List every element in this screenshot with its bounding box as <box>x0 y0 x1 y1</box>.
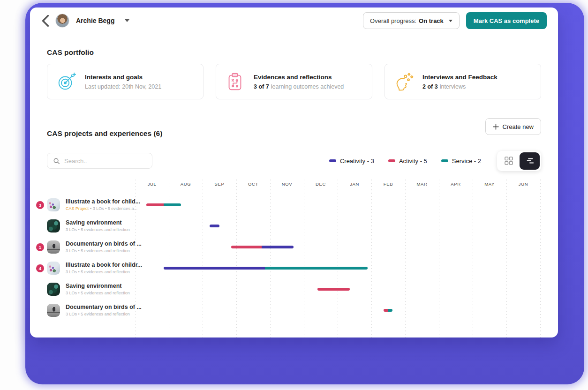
project-title[interactable]: Illustrate a book for child... <box>66 198 140 205</box>
project-thumbnail <box>47 262 60 275</box>
project-row[interactable]: 4 Illustrate a book for childr... 3 LOs … <box>36 258 558 279</box>
card-subtitle: 3 of 7learning outcomes achieved <box>254 83 344 90</box>
create-new-label: Create new <box>503 123 534 130</box>
legend-swatch <box>388 159 395 162</box>
timeline-view-button[interactable] <box>520 152 540 170</box>
mark-cas-complete-button[interactable]: Mark CAS as complete <box>466 12 547 29</box>
progress-label: Overall progress: <box>370 17 416 24</box>
portfolio-card[interactable]: Interests and goals Last updated: 20th N… <box>47 64 204 99</box>
legend-item: Service - 2 <box>441 158 481 165</box>
month-label: MAR <box>405 179 439 190</box>
view-toggle <box>497 151 541 171</box>
project-meta: 3 LOs • 5 evidences and reflection <box>66 312 142 316</box>
project-thumbnail <box>47 283 60 296</box>
project-title[interactable]: Saving environment <box>66 283 130 289</box>
gantt-bar[interactable] <box>164 267 368 270</box>
month-label: AUG <box>169 179 203 190</box>
chevron-down-icon[interactable] <box>125 19 129 22</box>
header: Archie Begg Overall progress: On track M… <box>30 8 558 34</box>
service-bar-segment <box>388 309 392 312</box>
month-label: JAN <box>338 179 371 190</box>
month-label: FEB <box>371 179 405 190</box>
service-bar-segment <box>164 203 181 206</box>
create-new-button[interactable]: Create new <box>485 118 541 135</box>
search-input[interactable] <box>64 158 147 165</box>
activity-bar-segment <box>231 246 262 248</box>
portfolio-card[interactable]: Evidences and reflections 3 of 7learning… <box>216 64 372 99</box>
legend-item: Activity - 5 <box>388 158 427 165</box>
month-label: DEC <box>304 179 338 190</box>
chart-legend: Creativity - 3 Activity - 5 Service - 2 <box>329 158 481 165</box>
card-title: Evidences and reflections <box>254 74 344 81</box>
project-thumbnail <box>47 219 60 232</box>
month-label: SEP <box>203 179 236 190</box>
gantt-bar[interactable] <box>146 203 181 206</box>
search-input-wrap <box>47 153 152 169</box>
gantt-chart: JULAUGSEPOCTNOVDECJANFEBMARAPRMAYJUN 3 I… <box>36 179 558 338</box>
app-window: Archie Begg Overall progress: On track M… <box>30 8 558 338</box>
legend-label: Activity - 5 <box>399 158 427 165</box>
target-icon <box>56 71 76 92</box>
project-title[interactable]: Illustrate a book for childr... <box>66 262 142 268</box>
creativity-bar-segment <box>164 267 265 270</box>
project-title[interactable]: Saving environment <box>66 219 130 226</box>
project-row[interactable]: Saving environment 3 LOs • 5 evidences a… <box>36 279 558 300</box>
clipboard-icon <box>225 71 245 92</box>
grid-view-button[interactable] <box>498 152 519 170</box>
portfolio-card[interactable]: Interviews and Feedback 2 of 3interviews <box>384 64 541 99</box>
gantt-bar[interactable] <box>384 309 392 312</box>
overall-progress-dropdown[interactable]: Overall progress: On track <box>363 12 460 29</box>
creativity-bar-segment <box>210 225 219 227</box>
project-title[interactable]: Documentary on birds of ... <box>66 240 142 247</box>
project-meta: 3 LOs • 5 evidences and reflection <box>66 227 130 232</box>
grid-view-icon <box>505 157 513 165</box>
gantt-row-track <box>135 216 541 237</box>
project-row[interactable]: Documentary on birds of ... 3 LOs • 5 ev… <box>36 300 558 321</box>
project-row[interactable]: 3 Illustrate a book for child... CAS Pro… <box>36 195 558 216</box>
activity-bar-segment <box>317 288 350 291</box>
legend-label: Creativity - 3 <box>340 158 374 165</box>
service-bar-segment <box>265 267 368 270</box>
gantt-row-track <box>135 300 541 321</box>
gantt-row-track <box>135 258 541 279</box>
month-label: OCT <box>236 179 270 190</box>
activity-bar-segment <box>384 309 388 312</box>
project-thumbnail <box>47 198 60 211</box>
notification-badge: 4 <box>36 264 44 272</box>
month-label: MAY <box>473 179 506 190</box>
legend-swatch <box>329 159 336 162</box>
gantt-bar[interactable] <box>210 225 219 227</box>
gantt-bar[interactable] <box>231 246 294 248</box>
project-meta: 3 LOs • 5 evidences and reflection <box>66 270 142 274</box>
legend-item: Creativity - 3 <box>329 158 374 165</box>
legend-swatch <box>441 159 448 162</box>
plus-icon <box>493 124 499 130</box>
timeline-view-icon <box>526 157 534 165</box>
month-label: JUL <box>135 179 169 190</box>
student-avatar[interactable] <box>55 14 69 28</box>
project-meta: CAS Project• 3 LOs • 5 evidences a... <box>66 206 140 211</box>
gantt-row-track <box>135 279 541 300</box>
project-thumbnail <box>47 304 60 317</box>
card-title: Interviews and Feedback <box>422 74 498 81</box>
month-label: NOV <box>270 179 304 190</box>
back-button[interactable] <box>41 16 50 25</box>
gantt-row-track <box>135 237 541 258</box>
student-name: Archie Begg <box>76 17 114 24</box>
card-subtitle: Last updated: 20th Nov, 2021 <box>85 83 161 90</box>
project-meta: 3 LOs • 5 evidences and reflection <box>66 291 130 295</box>
project-row[interactable]: Saving environment 3 LOs • 5 evidences a… <box>36 216 558 237</box>
chevron-down-icon <box>449 20 452 22</box>
project-title[interactable]: Documentary on birds of ... <box>66 304 142 310</box>
notification-badge: 1 <box>36 243 44 251</box>
activity-bar-segment <box>146 203 164 206</box>
gantt-bar[interactable] <box>317 288 350 291</box>
creativity-bar-segment <box>262 246 294 248</box>
project-row[interactable]: 1 Documentary on birds of ... 3 LOs • 5 … <box>36 237 558 258</box>
gantt-row-track <box>135 195 541 216</box>
gantt-month-axis: JULAUGSEPOCTNOVDECJANFEBMARAPRMAYJUN <box>135 179 558 190</box>
notification-badge: 3 <box>36 201 44 209</box>
chevron-left-icon <box>41 14 50 28</box>
month-label: APR <box>439 179 473 190</box>
page-title: CAS portfolio <box>47 48 541 57</box>
